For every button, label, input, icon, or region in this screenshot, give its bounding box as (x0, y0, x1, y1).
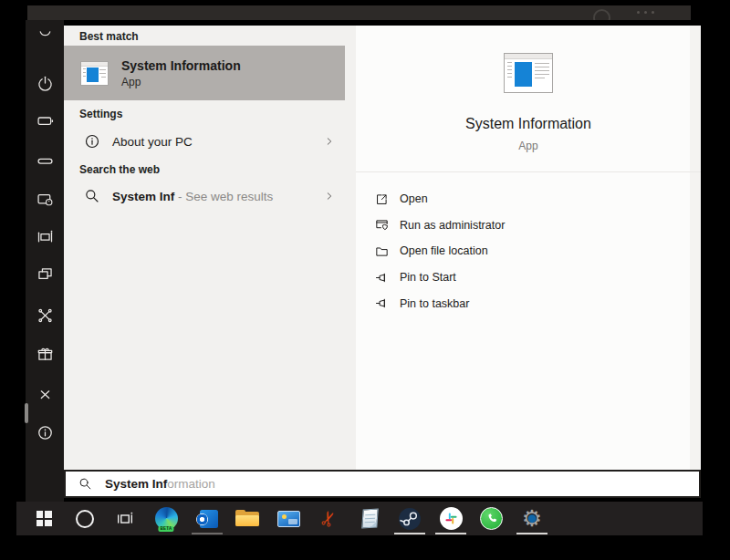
app-title: System Information (356, 116, 701, 132)
open-window-icon (374, 192, 390, 207)
arc-icon (35, 24, 55, 44)
settings-gear-icon: ⚙ (520, 507, 544, 531)
copy-windows-icon[interactable] (35, 264, 55, 284)
cortana-button[interactable] (67, 502, 103, 535)
result-item-web-search[interactable]: System Inf - See web results (64, 180, 356, 213)
action-list: Open Run as administrator Open file loca… (356, 186, 690, 316)
file-explorer-button[interactable] (229, 502, 266, 535)
snipping-tool-button[interactable]: ✂ (310, 502, 347, 535)
web-search-query: System Inf (112, 190, 174, 203)
web-search-suffix: - See web results (174, 190, 273, 203)
cross-jack-icon[interactable] (35, 305, 55, 325)
steam-button[interactable] (391, 502, 428, 535)
x-close-icon[interactable] (35, 384, 55, 404)
search-results-panel: Best match System Information App Settin… (64, 26, 356, 471)
outlook-button[interactable] (189, 502, 225, 535)
chevron-right-icon (323, 190, 336, 202)
typed-text: System Inf (105, 477, 167, 491)
system-information-app-icon-large (504, 53, 553, 93)
section-header-settings: Settings (79, 108, 122, 120)
taskbar: BETA ✂ (16, 502, 703, 535)
result-subtitle: App (121, 76, 241, 88)
notepad-button[interactable] (351, 502, 388, 535)
running-indicator (192, 533, 223, 535)
outlook-icon (196, 510, 218, 528)
search-input[interactable]: System Information (64, 470, 701, 498)
task-view-icon (115, 509, 135, 529)
action-label: Pin to taskbar (400, 297, 469, 310)
pin-to-taskbar-action[interactable]: Pin to taskbar (356, 290, 690, 316)
start-button[interactable] (26, 502, 62, 535)
result-item-about-your-pc[interactable]: About your PC (64, 125, 356, 158)
scissors-icon: ✂ (317, 507, 341, 530)
search-text: System Information (105, 477, 215, 491)
task-view-button[interactable] (107, 502, 143, 535)
run-as-administrator-action[interactable]: Run as administrator (356, 213, 690, 239)
pin-icon (374, 270, 390, 285)
info-circle-icon (83, 132, 101, 150)
slack-icon (440, 507, 463, 530)
battery-icon[interactable] (35, 110, 55, 130)
info-icon[interactable] (35, 422, 55, 442)
whatsapp-icon (480, 507, 503, 530)
action-label: Open (400, 192, 428, 205)
action-label: Open file location (400, 244, 488, 257)
action-label: Pin to Start (400, 271, 456, 284)
filmstrip-icon[interactable] (35, 226, 55, 246)
detail-panel: System Information App Open Run as admin… (356, 26, 701, 471)
pin-icon (374, 296, 390, 311)
pin-to-start-action[interactable]: Pin to Start (356, 264, 690, 291)
app-subtitle: App (356, 140, 701, 152)
result-item-system-information[interactable]: System Information App (64, 46, 345, 100)
beta-badge: BETA (158, 526, 173, 533)
running-indicator (394, 533, 425, 535)
titlebar-dot (652, 11, 654, 14)
autocomplete-suggestion: ormation (167, 477, 215, 491)
result-label: About your PC (112, 135, 193, 149)
search-icon (83, 187, 101, 205)
file-explorer-icon (235, 510, 259, 528)
section-header-search-the-web: Search the web (79, 163, 160, 176)
photos-monitor-button[interactable] (270, 502, 307, 535)
open-file-location-action[interactable]: Open file location (356, 238, 690, 264)
scrollbar-track[interactable] (690, 26, 701, 471)
battery-slim-icon[interactable] (35, 150, 55, 171)
folder-icon (374, 244, 390, 259)
divider (356, 171, 701, 172)
slack-button[interactable] (433, 502, 469, 535)
system-information-app-icon (80, 61, 109, 86)
window-titlebar (27, 5, 691, 20)
running-indicator (516, 533, 548, 535)
result-title: System Information (121, 58, 241, 73)
running-indicator (435, 533, 466, 535)
titlebar-dot (644, 11, 647, 14)
edge-icon: BETA (155, 507, 178, 530)
titlebar-dot (637, 11, 640, 14)
windows-logo-icon (36, 511, 52, 526)
photos-monitor-icon (277, 511, 300, 527)
rail-position-indicator (25, 403, 28, 423)
chevron-right-icon (323, 135, 336, 148)
steam-icon (398, 507, 422, 531)
settings-button[interactable]: ⚙ (514, 502, 550, 535)
gift-icon[interactable] (35, 344, 55, 364)
search-icon (78, 476, 93, 492)
touch-display-icon[interactable] (35, 189, 55, 209)
power-icon[interactable] (35, 74, 55, 94)
result-label: System Inf - See web results (112, 190, 273, 203)
cortana-icon (76, 510, 94, 528)
left-rail (26, 20, 64, 502)
whatsapp-button[interactable] (473, 502, 509, 535)
open-action[interactable]: Open (356, 186, 690, 213)
section-header-best-match: Best match (79, 30, 139, 43)
shield-window-icon (374, 217, 390, 233)
notepad-icon (361, 509, 379, 529)
titlebar-circle-icon (593, 9, 610, 20)
action-label: Run as administrator (400, 219, 505, 232)
edge-beta-button[interactable]: BETA (148, 502, 184, 535)
